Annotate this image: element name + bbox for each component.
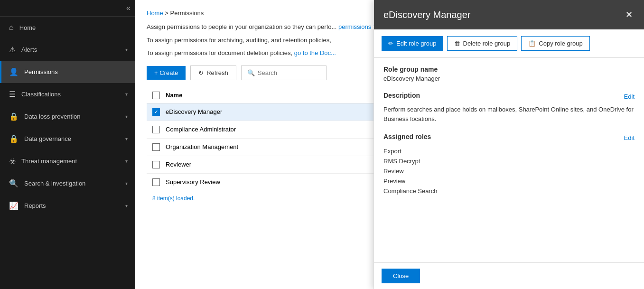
- main-content-area: Home > Permissions Assign permissions to…: [135, 0, 644, 289]
- sidebar-item-label: Classifications: [21, 91, 120, 98]
- sidebar-item-label: Alerts: [21, 46, 120, 53]
- sidebar-item-home[interactable]: ⌂ Home: [0, 17, 135, 38]
- assigned-roles-label: Assigned roles: [383, 133, 431, 140]
- copy-icon: 📋: [528, 40, 536, 47]
- table-column-name: Name: [166, 92, 182, 99]
- ediscovery-manager-panel: eDiscovery Manager ✕ ✏ Edit role group 🗑…: [373, 0, 644, 289]
- panel-toolbar: ✏ Edit role group 🗑 Delete role group 📋 …: [374, 29, 644, 58]
- pencil-icon: ✏: [388, 40, 393, 47]
- chevron-down-icon: ▾: [125, 92, 128, 97]
- assigned-roles-edit-link[interactable]: Edit: [624, 134, 635, 141]
- sidebar-item-search-investigation[interactable]: 🔍 Search & investigation ▾: [0, 172, 135, 195]
- panel-close-button[interactable]: ✕: [624, 8, 635, 22]
- sidebar-item-alerts[interactable]: ⚠ Alerts ▾: [0, 38, 135, 61]
- copy-role-group-label: Copy role group: [539, 40, 583, 47]
- row-name: Organization Management: [166, 143, 238, 150]
- search-icon: 🔍: [247, 69, 255, 76]
- classifications-icon: ☰: [9, 90, 16, 99]
- row-checkbox[interactable]: [152, 143, 160, 151]
- sidebar-item-data-governance[interactable]: 🔒 Data governance ▾: [0, 128, 135, 150]
- sidebar-item-label: Reports: [24, 202, 120, 209]
- edit-role-group-button[interactable]: ✏ Edit role group: [382, 36, 443, 51]
- row-checkbox[interactable]: [152, 161, 160, 168]
- copy-role-group-button[interactable]: 📋 Copy role group: [521, 36, 590, 51]
- sidebar-item-permissions[interactable]: 👤 Permissions: [0, 61, 135, 83]
- description-link2[interactable]: go to the Doc...: [294, 49, 336, 56]
- sidebar-item-classifications[interactable]: ☰ Classifications ▾: [0, 83, 135, 105]
- sidebar-item-label: Data loss prevention: [24, 113, 120, 120]
- search-input[interactable]: [258, 69, 320, 76]
- row-checkbox[interactable]: [152, 126, 160, 133]
- chevron-down-icon: ▾: [125, 158, 128, 164]
- row-name: Compliance Administrator: [166, 126, 236, 133]
- row-checkbox[interactable]: ✓: [152, 108, 160, 116]
- description-section-header: Description Edit: [383, 92, 635, 101]
- description-edit-link[interactable]: Edit: [624, 93, 635, 100]
- chevron-down-icon: ▾: [125, 47, 128, 52]
- threat-management-icon: ☣: [9, 157, 16, 166]
- table-select-all-checkbox[interactable]: [152, 92, 160, 99]
- breadcrumb-home-link[interactable]: Home: [147, 9, 163, 17]
- refresh-label: Refresh: [206, 69, 228, 76]
- sidebar-item-label: Threat management: [21, 158, 120, 165]
- breadcrumb-separator: >: [165, 9, 170, 17]
- data-governance-icon: 🔒: [9, 134, 19, 143]
- home-icon: ⌂: [9, 23, 14, 32]
- edit-role-group-label: Edit role group: [396, 40, 437, 47]
- role-group-name-label: Role group name: [383, 65, 635, 73]
- items-count: 8 item(s) loaded.: [152, 195, 195, 202]
- trash-icon: 🗑: [454, 40, 460, 47]
- role-item: Review: [383, 166, 635, 176]
- role-item: Preview: [383, 176, 635, 186]
- sidebar-item-label: Permissions: [24, 68, 128, 75]
- sidebar: « ⌂ Home ⚠ Alerts ▾ 👤 Permissions ☰ Clas…: [0, 0, 135, 289]
- row-name: Supervisory Review: [166, 178, 220, 186]
- role-group-name-value: eDiscovery Manager: [383, 75, 635, 82]
- sidebar-collapse-button[interactable]: «: [126, 4, 131, 12]
- row-checkbox[interactable]: [152, 178, 160, 186]
- assigned-roles-section-header: Assigned roles Edit: [383, 133, 635, 142]
- data-loss-prevention-icon: 🔒: [9, 112, 19, 121]
- sidebar-item-threat-management[interactable]: ☣ Threat management ▾: [0, 150, 135, 172]
- panel-footer: Close: [374, 262, 644, 289]
- role-item: Compliance Search: [383, 186, 635, 196]
- panel-body: Role group name eDiscovery Manager Descr…: [374, 58, 644, 262]
- description-section: Description Edit Perform searches and pl…: [383, 92, 635, 123]
- chevron-down-icon: ▾: [125, 136, 128, 141]
- create-button[interactable]: + Create: [147, 66, 186, 80]
- role-item: RMS Decrypt: [383, 156, 635, 166]
- chevron-down-icon: ▾: [125, 181, 128, 186]
- panel-title: eDiscovery Manager: [383, 9, 470, 20]
- sidebar-item-data-loss-prevention[interactable]: 🔒 Data loss prevention ▾: [0, 105, 135, 128]
- alerts-icon: ⚠: [9, 45, 16, 54]
- row-name: Reviewer: [166, 161, 191, 168]
- description-value: Perform searches and place holds on mail…: [383, 105, 635, 123]
- refresh-button[interactable]: ↻ Refresh: [190, 65, 236, 80]
- reports-icon: 📈: [9, 201, 19, 210]
- chevron-down-icon: ▾: [125, 114, 128, 119]
- sidebar-item-reports[interactable]: 📈 Reports ▾: [0, 195, 135, 217]
- search-investigation-icon: 🔍: [9, 179, 19, 188]
- panel-header: eDiscovery Manager ✕: [374, 0, 644, 29]
- breadcrumb-current: Permissions: [170, 9, 204, 17]
- description-label: Description: [383, 92, 420, 99]
- permissions-icon: 👤: [9, 67, 19, 76]
- sidebar-item-label: Search & investigation: [24, 180, 120, 187]
- role-item: Export: [383, 146, 635, 156]
- row-name: eDiscovery Manager: [166, 108, 222, 115]
- panel-close-bottom-button[interactable]: Close: [382, 269, 420, 283]
- refresh-icon: ↻: [198, 69, 204, 76]
- sidebar-top-bar: «: [0, 0, 135, 17]
- assigned-roles-section: Assigned roles Edit Export RMS Decrypt R…: [383, 133, 635, 196]
- delete-role-group-label: Delete role group: [463, 40, 511, 47]
- sidebar-item-label: Data governance: [24, 135, 120, 142]
- sidebar-item-label: Home: [19, 24, 128, 31]
- role-group-name-section: Role group name eDiscovery Manager: [383, 65, 635, 82]
- delete-role-group-button[interactable]: 🗑 Delete role group: [447, 36, 518, 51]
- search-box[interactable]: 🔍: [241, 65, 327, 80]
- chevron-down-icon: ▾: [125, 203, 128, 208]
